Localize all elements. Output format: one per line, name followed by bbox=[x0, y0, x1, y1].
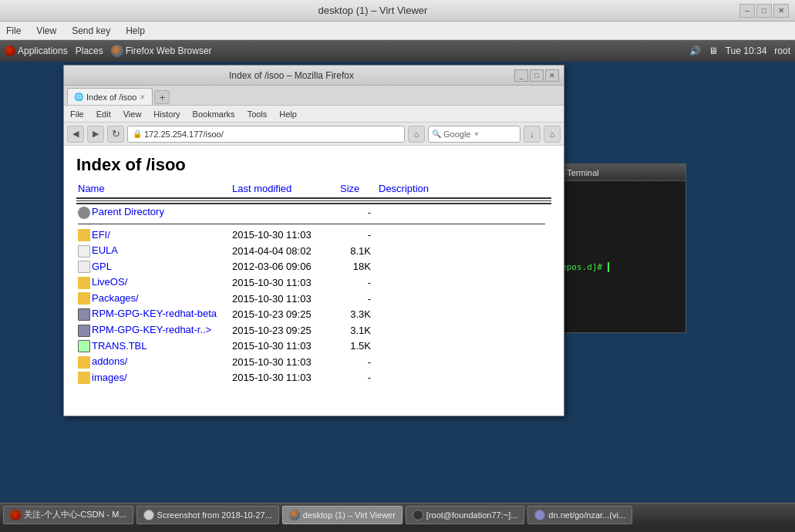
file-link[interactable]: addons/ bbox=[92, 355, 127, 367]
table-row: addons/2015-10-30 11:03- bbox=[76, 354, 551, 370]
file-link[interactable]: RPM-GPG-KEY-redhat-beta bbox=[92, 308, 217, 319]
file-link[interactable]: Packages/ bbox=[92, 292, 139, 304]
directory-table: Name Last modified Size Description bbox=[76, 181, 551, 386]
url-text: 172.25.254.177/isoo/ bbox=[144, 130, 224, 139]
taskbar-icon-virt bbox=[289, 510, 300, 520]
file-name-cell: RPM-GPG-KEY-redhat-r..> bbox=[76, 322, 231, 338]
table-row: LiveOS/2015-10-30 11:03- bbox=[76, 274, 551, 291]
file-name-cell: TRANS.TBL bbox=[76, 338, 231, 355]
file-link[interactable]: images/ bbox=[92, 372, 127, 383]
ff-forward-button[interactable]: ▶ bbox=[87, 126, 104, 143]
ff-home2-button[interactable]: ⌂ bbox=[544, 126, 561, 143]
applications-label: Applications bbox=[18, 45, 68, 56]
file-name-cell: RPM-GPG-KEY-redhat-beta bbox=[76, 306, 231, 322]
sort-desc-link[interactable]: Description bbox=[379, 183, 429, 194]
table-row: GPL2012-03-06 09:0618K bbox=[76, 259, 551, 275]
virt-titlebar: desktop (1) – Virt Viewer – □ ✕ bbox=[0, 0, 795, 22]
file-name-cell: EULA bbox=[76, 243, 231, 259]
table-row: RPM-GPG-KEY-redhat-r..>2015-10-23 09:253… bbox=[76, 322, 551, 338]
virt-minimize-button[interactable]: – bbox=[739, 4, 755, 18]
taskbar-item-csdn[interactable]: 关注-个人中心-CSDN - M... bbox=[3, 506, 133, 524]
file-modified-cell: 2015-10-30 11:03 bbox=[231, 370, 339, 386]
file-modified-cell: 2015-10-30 11:03 bbox=[231, 354, 339, 370]
virt-viewer-window: desktop (1) – Virt Viewer – □ ✕ File Vie… bbox=[0, 0, 795, 526]
ff-menu-file[interactable]: File bbox=[67, 109, 87, 120]
file-size-cell: 3.1K bbox=[339, 322, 377, 338]
ff-menu-tools[interactable]: Tools bbox=[244, 109, 271, 120]
file-desc-cell bbox=[377, 259, 551, 275]
new-tab-button[interactable]: + bbox=[154, 90, 170, 104]
taskbar-label-screenshot: Screenshot from 2018-10-27... bbox=[157, 510, 272, 520]
virt-menu-view[interactable]: View bbox=[33, 24, 59, 38]
file-desc-cell bbox=[377, 243, 551, 259]
key-icon bbox=[78, 325, 90, 337]
taskbar-item-browser2[interactable]: dn.net/go/nzar...(vi... bbox=[527, 506, 632, 524]
guest-taskbar: 关注-个人中心-CSDN - M... Screenshot from 2018… bbox=[0, 503, 795, 526]
ff-download-button[interactable]: ↓ bbox=[524, 126, 541, 143]
virt-close-button[interactable]: ✕ bbox=[773, 4, 789, 18]
col-header-modified[interactable]: Last modified bbox=[231, 181, 339, 198]
guest-applications[interactable]: Applications bbox=[5, 45, 68, 56]
tab-favicon: 🌐 bbox=[74, 93, 83, 101]
ff-search-bar[interactable]: 🔍 Google ▼ bbox=[428, 126, 520, 143]
file-link[interactable]: GPL bbox=[92, 261, 112, 272]
taskbar-item-virt[interactable]: desktop (1) – Virt Viewer bbox=[282, 506, 403, 524]
file-modified-cell: 2015-10-23 09:25 bbox=[231, 306, 339, 322]
file-desc-cell bbox=[377, 370, 551, 386]
file-link[interactable]: TRANS.TBL bbox=[92, 340, 147, 352]
sort-name-link[interactable]: Name bbox=[78, 183, 105, 194]
table-row: Parent Directory- bbox=[76, 204, 551, 221]
file-link[interactable]: LiveOS/ bbox=[92, 276, 127, 288]
file-link[interactable]: EFI/ bbox=[92, 229, 110, 241]
file-size-cell: 8.1K bbox=[339, 243, 377, 259]
virt-maximize-button[interactable]: □ bbox=[756, 4, 772, 18]
taskbar-item-screenshot[interactable]: Screenshot from 2018-10-27... bbox=[136, 506, 279, 524]
ff-menu-view[interactable]: View bbox=[120, 109, 145, 120]
ff-tab-bar: 🌐 Index of /isoo ✕ + bbox=[64, 86, 564, 106]
file-link[interactable]: EULA bbox=[92, 244, 118, 256]
col-header-name[interactable]: Name bbox=[76, 181, 231, 198]
taskbar-icon-screenshot bbox=[143, 510, 154, 520]
file-size-cell: - bbox=[339, 274, 377, 291]
file-desc-cell bbox=[377, 227, 551, 244]
table-row: Packages/2015-10-30 11:03- bbox=[76, 291, 551, 307]
guest-browser-launcher[interactable]: Firefox Web Browser bbox=[111, 45, 212, 57]
ff-home-button[interactable]: ⌂ bbox=[408, 126, 425, 143]
ff-maximize-button[interactable]: □ bbox=[530, 69, 544, 82]
firefox-content[interactable]: Index of /isoo Name Last modified Size bbox=[64, 146, 564, 416]
ff-url-bar[interactable]: 🔒 172.25.254.177/isoo/ bbox=[127, 126, 405, 143]
file-link[interactable]: RPM-GPG-KEY-redhat-r..> bbox=[92, 324, 211, 335]
user-label: root bbox=[774, 45, 790, 56]
firefox-wm-buttons: _ □ ✕ bbox=[514, 69, 559, 82]
virt-menu-file[interactable]: File bbox=[3, 24, 24, 38]
ff-close-button[interactable]: ✕ bbox=[545, 69, 559, 82]
file-desc-cell bbox=[377, 322, 551, 338]
sort-size-link[interactable]: Size bbox=[340, 183, 359, 194]
file-name-cell: Parent Directory bbox=[76, 204, 231, 221]
col-header-size[interactable]: Size bbox=[339, 181, 377, 198]
virt-menu-help[interactable]: Help bbox=[123, 24, 148, 38]
ff-tab-index[interactable]: 🌐 Index of /isoo ✕ bbox=[67, 88, 153, 105]
ff-menu-edit[interactable]: Edit bbox=[93, 109, 114, 120]
sort-modified-link[interactable]: Last modified bbox=[232, 183, 291, 194]
file-link[interactable]: Parent Directory bbox=[92, 206, 164, 217]
ff-minimize-button[interactable]: _ bbox=[514, 69, 528, 82]
guest-places[interactable]: Places bbox=[76, 45, 103, 56]
taskbar-item-terminal[interactable]: [root@foundation77:~]... bbox=[406, 506, 525, 524]
file-desc-cell bbox=[377, 204, 551, 221]
firefox-menubar: File Edit View History Bookmarks Tools H… bbox=[64, 106, 564, 123]
ff-menu-history[interactable]: History bbox=[150, 109, 183, 120]
volume-icon[interactable]: 🔊 bbox=[689, 45, 701, 56]
file-modified-cell: 2012-03-06 09:06 bbox=[231, 259, 339, 275]
ff-menu-help[interactable]: Help bbox=[276, 109, 300, 120]
file-icon bbox=[78, 261, 90, 273]
file-desc-cell bbox=[377, 274, 551, 291]
virt-menu-send-key[interactable]: Send key bbox=[69, 24, 113, 38]
folder-icon bbox=[78, 229, 90, 241]
ff-menu-bookmarks[interactable]: Bookmarks bbox=[190, 109, 238, 120]
file-modified-cell: 2015-10-30 11:03 bbox=[231, 227, 339, 244]
tab-close-icon[interactable]: ✕ bbox=[140, 93, 146, 101]
ff-reload-button[interactable]: ↻ bbox=[107, 126, 124, 143]
ff-back-button[interactable]: ◀ bbox=[67, 126, 84, 143]
file-size-cell: - bbox=[339, 227, 377, 244]
